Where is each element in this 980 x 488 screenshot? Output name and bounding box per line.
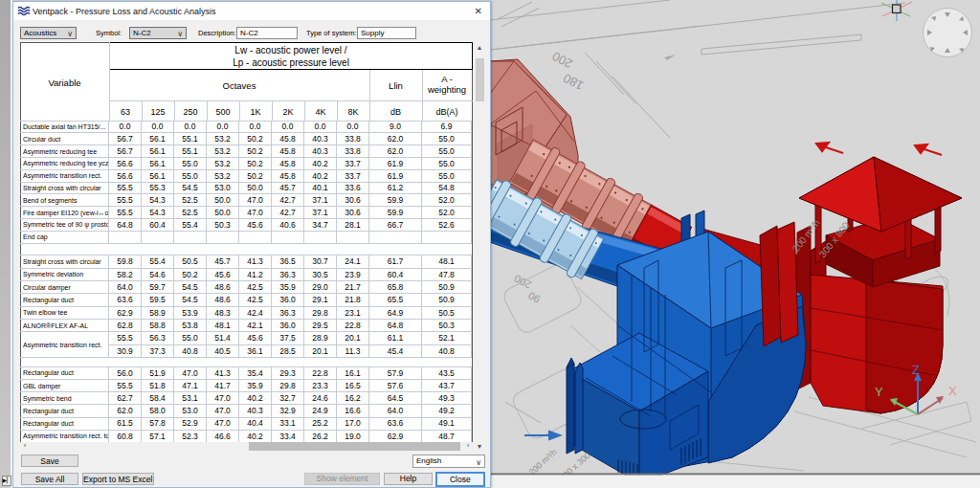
svg-text:200: 200 bbox=[512, 273, 533, 291]
svg-text:X: X bbox=[948, 384, 957, 398]
svg-text:200 m³/h: 200 m³/h bbox=[527, 447, 559, 477]
svg-text:200: 200 bbox=[549, 49, 574, 71]
svg-text:90: 90 bbox=[526, 290, 542, 305]
svg-text:180: 180 bbox=[561, 71, 586, 93]
svg-text:Z: Z bbox=[912, 363, 920, 377]
svg-text:Y: Y bbox=[875, 385, 883, 399]
